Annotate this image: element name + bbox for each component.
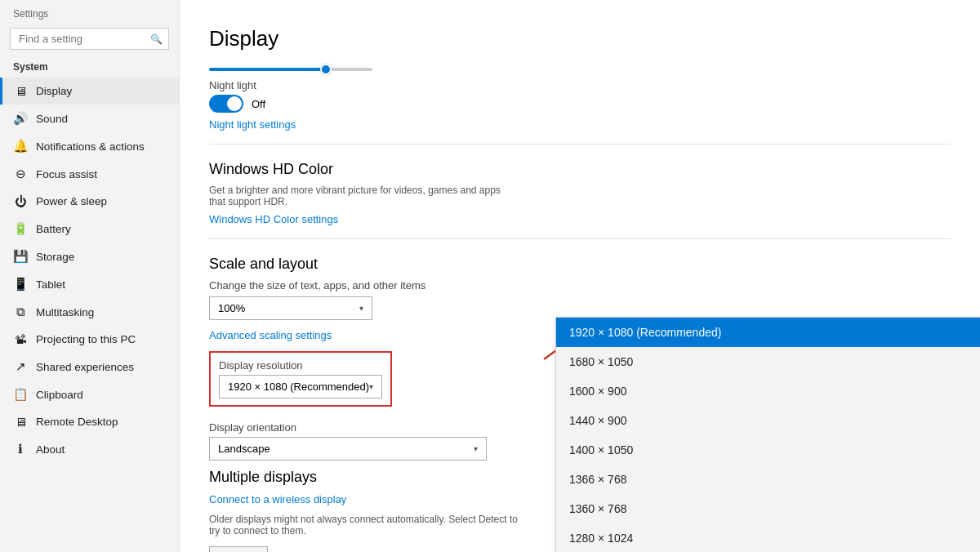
slider-fill: [209, 68, 323, 71]
projecting-icon: 📽: [13, 332, 28, 346]
sidebar-item-multitasking[interactable]: ⧉ Multitasking: [0, 298, 179, 326]
resolution-option[interactable]: 1440 × 900: [556, 406, 980, 435]
toggle-knob: [227, 96, 242, 111]
sidebar-item-label: Battery: [36, 223, 71, 235]
divider-1: [209, 144, 951, 145]
connect-wireless-link[interactable]: Connect to a wireless display: [209, 493, 346, 505]
search-container: 🔍: [10, 28, 169, 50]
slider-thumb: [320, 64, 332, 75]
resolution-option[interactable]: 1600 × 900: [556, 376, 980, 406]
orientation-value: Landscape: [218, 443, 270, 455]
sidebar-item-storage[interactable]: 💾 Storage: [0, 243, 179, 270]
sidebar-item-power[interactable]: ⏻ Power & sleep: [0, 188, 179, 215]
sidebar-item-focus[interactable]: ⊖ Focus assist: [0, 160, 179, 188]
night-light-slider-row: [209, 68, 951, 71]
hd-color-link[interactable]: Windows HD Color settings: [209, 213, 338, 225]
battery-icon: 🔋: [13, 221, 28, 236]
detect-button[interactable]: Detect: [209, 546, 268, 552]
resolution-dropdown-arrow: ▾: [369, 382, 373, 391]
resolution-value: 1920 × 1080 (Recommended): [228, 381, 369, 393]
resolution-option[interactable]: 1400 × 1050: [556, 435, 980, 465]
scale-label: Change the size of text, apps, and other…: [209, 279, 951, 292]
sidebar-item-label: Shared experiences: [36, 361, 134, 373]
tablet-icon: 📱: [13, 277, 28, 292]
sidebar: Settings 🔍 System 🖥 Display🔊 Sound🔔 Noti…: [0, 0, 180, 552]
sidebar-item-label: Storage: [36, 251, 74, 263]
power-icon: ⏻: [13, 194, 28, 208]
advanced-scaling-link[interactable]: Advanced scaling settings: [209, 329, 332, 341]
scale-dropdown-arrow: ▾: [359, 304, 363, 313]
window-title: Settings: [0, 0, 179, 23]
scale-dropdown[interactable]: 100% ▾: [209, 296, 372, 320]
scale-heading: Scale and layout: [209, 256, 951, 273]
scale-value: 100%: [218, 302, 245, 314]
sidebar-item-remote[interactable]: 🖥 Remote Desktop: [0, 408, 179, 435]
nav-list: 🖥 Display🔊 Sound🔔 Notifications & action…: [0, 78, 179, 463]
sidebar-item-label: Power & sleep: [36, 195, 107, 207]
sidebar-item-label: Sound: [36, 113, 68, 125]
sidebar-item-label: Projecting to this PC: [36, 333, 136, 345]
sidebar-item-tablet[interactable]: 📱 Tablet: [0, 270, 179, 298]
resolution-option[interactable]: 1280 × 1024: [556, 523, 980, 552]
search-icon: 🔍: [150, 33, 163, 45]
resolution-option[interactable]: 1680 × 1050: [556, 347, 980, 376]
sidebar-item-label: Tablet: [36, 278, 65, 291]
sidebar-item-label: Clipboard: [36, 389, 83, 401]
storage-icon: 💾: [13, 249, 28, 264]
focus-icon: ⊖: [13, 167, 28, 181]
night-light-slider[interactable]: [209, 68, 372, 71]
clipboard-icon: 📋: [13, 387, 28, 402]
night-light-toggle[interactable]: [209, 95, 243, 113]
sidebar-item-shared[interactable]: ↗ Shared experiences: [0, 353, 179, 381]
orientation-dropdown-arrow: ▾: [474, 444, 478, 453]
about-icon: ℹ: [13, 442, 28, 456]
sidebar-item-label: About: [36, 443, 65, 456]
hd-color-desc: Get a brighter and more vibrant picture …: [209, 185, 519, 207]
divider-2: [209, 238, 951, 239]
resolution-label: Display resolution: [219, 359, 382, 372]
resolution-option[interactable]: 1920 × 1080 (Recommended): [556, 318, 980, 347]
sidebar-item-projecting[interactable]: 📽 Projecting to this PC: [0, 326, 179, 353]
display-icon: 🖥: [13, 84, 28, 98]
sidebar-item-about[interactable]: ℹ About: [0, 435, 179, 463]
sidebar-item-notifications[interactable]: 🔔 Notifications & actions: [0, 132, 179, 160]
night-light-toggle-row: Off: [209, 95, 951, 113]
sidebar-item-display[interactable]: 🖥 Display: [0, 78, 179, 105]
sidebar-item-label: Notifications & actions: [36, 140, 145, 153]
system-label: System: [0, 56, 179, 78]
scale-section: Change the size of text, apps, and other…: [209, 279, 951, 320]
night-light-toggle-label: Off: [252, 98, 265, 110]
resolution-dropdown[interactable]: 1920 × 1080 (Recommended) ▾: [219, 375, 382, 398]
resolution-option[interactable]: 1360 × 768: [556, 494, 980, 523]
sidebar-item-label: Focus assist: [36, 168, 97, 180]
older-displays-desc: Older displays might not always connect …: [209, 514, 519, 536]
sidebar-item-clipboard[interactable]: 📋 Clipboard: [0, 381, 179, 408]
resolution-option[interactable]: 1366 × 768: [556, 465, 980, 494]
main-content: Display Night light Off Night light sett…: [180, 0, 980, 552]
multitasking-icon: ⧉: [13, 305, 28, 319]
sidebar-item-label: Display: [36, 85, 72, 97]
sidebar-item-label: Remote Desktop: [36, 416, 118, 428]
page-title: Display: [209, 26, 951, 51]
sound-icon: 🔊: [13, 111, 28, 126]
night-light-settings-link[interactable]: Night light settings: [209, 118, 296, 131]
resolution-dropdown-overlay: 1920 × 1080 (Recommended)1680 × 10501600…: [555, 317, 980, 552]
hd-color-heading: Windows HD Color: [209, 161, 951, 178]
orientation-dropdown[interactable]: Landscape ▾: [209, 437, 487, 461]
night-light-label: Night light: [209, 79, 951, 91]
notifications-icon: 🔔: [13, 139, 28, 154]
resolution-box: Display resolution 1920 × 1080 (Recommen…: [209, 351, 392, 407]
sidebar-item-sound[interactable]: 🔊 Sound: [0, 105, 179, 132]
remote-icon: 🖥: [13, 415, 28, 429]
sidebar-item-label: Multitasking: [36, 306, 94, 318]
shared-icon: ↗: [13, 359, 28, 374]
sidebar-item-battery[interactable]: 🔋 Battery: [0, 215, 179, 243]
search-input[interactable]: [10, 28, 169, 50]
